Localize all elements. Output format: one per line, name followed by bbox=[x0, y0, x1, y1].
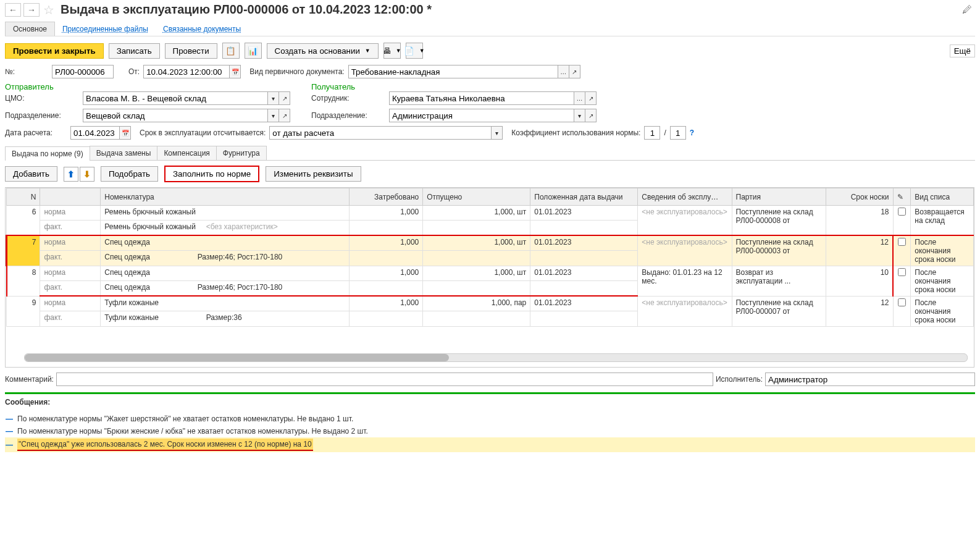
dept-send-input[interactable] bbox=[83, 109, 268, 122]
dept-recv-label: Подразделение: bbox=[311, 111, 385, 120]
post-and-close-button[interactable]: Провести и закрыть bbox=[5, 43, 104, 59]
executor-input[interactable] bbox=[765, 373, 975, 386]
cmo-dropdown-icon[interactable]: ▾ bbox=[268, 91, 279, 105]
select-icon[interactable]: … bbox=[558, 65, 569, 78]
message-item[interactable]: — "Спец одежда" уже использовалась 2 мес… bbox=[5, 437, 975, 452]
col-usage-info[interactable]: Сведения об эксплу… bbox=[638, 188, 732, 206]
cmo-input[interactable] bbox=[83, 91, 268, 105]
move-up-button[interactable]: ⬆ bbox=[64, 167, 78, 182]
messages-title: Сообщения: bbox=[5, 398, 975, 406]
dept-recv-dropdown-icon[interactable]: ▾ bbox=[574, 109, 585, 122]
print-button[interactable]: 🖶▼ bbox=[383, 43, 401, 59]
tab-by-norm[interactable]: Выдача по норме (9) bbox=[5, 146, 90, 161]
tab-furniture[interactable]: Фурнитура bbox=[216, 146, 267, 160]
table-row[interactable]: 8 норма Спец одежда 1,000 1,000, шт 01.0… bbox=[7, 266, 974, 281]
calc-date-input[interactable] bbox=[70, 126, 120, 140]
calc-date-label: Дата расчета: bbox=[5, 128, 67, 137]
comment-label: Комментарий: bbox=[5, 375, 54, 384]
nav-back-button[interactable]: ← bbox=[5, 3, 21, 17]
table-row[interactable]: 6 норма Ремень брючный кожаный 1,000 1,0… bbox=[7, 206, 974, 221]
add-button[interactable]: Добавить bbox=[5, 166, 57, 182]
dept-recv-open-icon[interactable]: ↗ bbox=[585, 109, 597, 122]
col-due-date[interactable]: Положенная дата выдачи bbox=[530, 188, 638, 206]
employee-label: Сотрудник: bbox=[311, 94, 385, 103]
dept-recv-input[interactable] bbox=[389, 109, 574, 122]
number-label: №: bbox=[5, 67, 48, 76]
dash-icon: — bbox=[5, 440, 14, 449]
dash-icon: — bbox=[5, 427, 14, 436]
coef-label: Коэффициент использования нормы: bbox=[511, 128, 640, 137]
from-label: От: bbox=[128, 67, 140, 76]
message-item[interactable]: — По номенклатуре нормы "Жакет шерстяной… bbox=[5, 413, 975, 425]
calc-date-calendar-icon[interactable]: 📅 bbox=[120, 126, 131, 140]
structure-icon-button[interactable]: 📋 bbox=[222, 43, 240, 59]
coef-num-input[interactable] bbox=[644, 126, 660, 140]
col-checkbox[interactable]: ✎ bbox=[893, 188, 911, 206]
tab-replace[interactable]: Выдача замены bbox=[90, 146, 158, 160]
table-row[interactable]: 9 норма Туфли кожаные 1,000 1,000, пар 0… bbox=[7, 296, 974, 311]
save-button[interactable]: Записать bbox=[109, 43, 160, 59]
employee-input[interactable] bbox=[389, 91, 574, 105]
export-button[interactable]: 📄▼ bbox=[406, 43, 423, 59]
employee-open-icon[interactable]: ↗ bbox=[585, 91, 597, 105]
message-item[interactable]: — По номенклатуре нормы "Брюки женские /… bbox=[5, 425, 975, 437]
help-icon[interactable]: ? bbox=[690, 128, 694, 137]
receiver-section-title: Получатель bbox=[311, 82, 605, 91]
fill-by-norm-button[interactable]: Заполнить по норме bbox=[164, 166, 259, 182]
coef-denom-input[interactable] bbox=[670, 126, 686, 140]
post-button[interactable]: Провести bbox=[165, 43, 217, 59]
row-checkbox[interactable] bbox=[898, 268, 906, 276]
col-nomenclature[interactable]: Номенклатура bbox=[101, 188, 349, 206]
term-label: Срок в эксплуатации отсчитывается: bbox=[140, 128, 266, 137]
col-wear-period[interactable]: Срок носки bbox=[826, 188, 893, 206]
executor-label: Исполнитель: bbox=[716, 375, 763, 384]
items-table: N Номенклатура Затребовано Отпущено Поло… bbox=[5, 187, 974, 368]
col-requested[interactable]: Затребовано bbox=[349, 188, 423, 206]
coef-slash: / bbox=[664, 128, 666, 137]
favorite-star-icon[interactable]: ☆ bbox=[42, 3, 56, 17]
col-batch[interactable]: Партия bbox=[732, 188, 826, 206]
cmo-label: ЦМО: bbox=[5, 94, 79, 103]
number-input[interactable] bbox=[52, 65, 114, 78]
select-button[interactable]: Подобрать bbox=[101, 166, 158, 182]
sender-section-title: Отправитель bbox=[5, 82, 299, 91]
comment-input[interactable] bbox=[56, 373, 713, 386]
horizontal-scrollbar[interactable] bbox=[24, 353, 968, 362]
date-input[interactable] bbox=[143, 65, 230, 78]
divider bbox=[5, 392, 975, 394]
page-title: Выдача в эксплуатацию РЛ00-000006 от 10.… bbox=[61, 2, 432, 17]
col-released[interactable]: Отпущено bbox=[423, 188, 530, 206]
employee-select-icon[interactable]: … bbox=[574, 91, 585, 105]
col-n[interactable]: N bbox=[7, 188, 40, 206]
dept-send-label: Подразделение: bbox=[5, 111, 79, 120]
nav-forward-button[interactable]: → bbox=[23, 3, 40, 17]
open-icon[interactable]: ↗ bbox=[569, 65, 580, 78]
term-input[interactable] bbox=[269, 126, 492, 140]
table-row[interactable]: 7 норма Спец одежда 1,000 1,000, шт 01.0… bbox=[7, 235, 974, 251]
primary-doc-input[interactable] bbox=[348, 65, 558, 78]
dash-icon: — bbox=[5, 415, 14, 423]
calendar-icon[interactable]: 📅 bbox=[230, 65, 241, 78]
more-button[interactable]: Ещё bbox=[950, 44, 975, 57]
tab-linked-docs[interactable]: Связанные документы bbox=[156, 22, 248, 36]
tab-main[interactable]: Основное bbox=[5, 22, 55, 36]
paperclip-icon[interactable]: 🖉 bbox=[959, 3, 975, 17]
tab-compensation[interactable]: Компенсация bbox=[157, 146, 216, 160]
tab-attached-files[interactable]: Присоединенные файлы bbox=[55, 22, 156, 36]
dept-send-dropdown-icon[interactable]: ▾ bbox=[268, 109, 279, 122]
create-based-button[interactable]: Создать на основании▼ bbox=[267, 43, 379, 59]
col-writeoff[interactable]: Вид списа bbox=[911, 188, 974, 206]
change-props-button[interactable]: Изменить реквизиты bbox=[266, 166, 361, 182]
chart-icon-button[interactable]: 📊 bbox=[245, 43, 262, 59]
row-checkbox[interactable] bbox=[898, 238, 906, 246]
term-dropdown-icon[interactable]: ▾ bbox=[492, 126, 503, 140]
row-checkbox[interactable] bbox=[898, 298, 906, 306]
dept-send-open-icon[interactable]: ↗ bbox=[279, 109, 290, 122]
move-down-button[interactable]: ⬇ bbox=[80, 167, 94, 182]
primary-doc-label: Вид первичного документа: bbox=[249, 67, 345, 76]
row-checkbox[interactable] bbox=[898, 208, 906, 216]
cmo-open-icon[interactable]: ↗ bbox=[279, 91, 290, 105]
